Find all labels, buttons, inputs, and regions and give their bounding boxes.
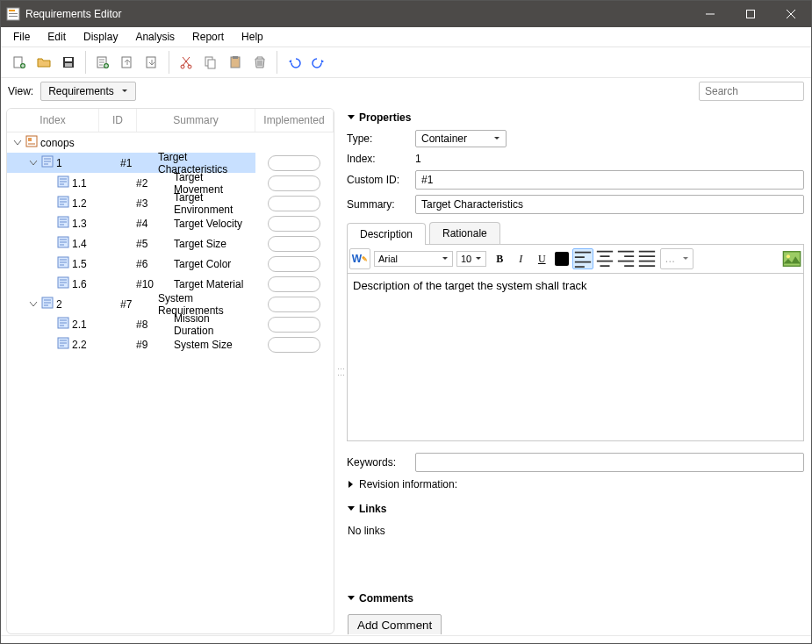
tree-header-index[interactable]: Index [7,109,99,132]
row-summary: Target Size [170,233,255,254]
splitter[interactable]: ⋮⋮ [338,104,343,638]
chevron-down-icon [121,88,128,95]
align-justify-button[interactable] [637,248,657,268]
expander-spacer [44,279,54,290]
more-formatting-button[interactable]: … [660,248,693,269]
delete-button[interactable] [248,51,271,74]
implemented-pill[interactable] [268,175,320,191]
tree-row[interactable]: 2.1#8Mission Duration [7,314,334,334]
implemented-pill[interactable] [268,276,320,292]
search-input[interactable] [699,82,804,101]
align-center-button[interactable] [595,248,614,268]
word-icon[interactable]: W✎ [349,248,370,269]
save-button[interactable] [57,51,80,74]
tree-row[interactable]: 1.1#2Target Movement [7,173,334,193]
menu-file[interactable]: File [4,28,39,46]
properties-heading[interactable]: Properties [347,108,804,127]
index-label: Index: [347,153,406,165]
implemented-pill[interactable] [268,317,320,333]
revision-info-heading[interactable]: Revision information: [347,475,804,494]
expander-icon[interactable] [12,138,23,148]
bold-button[interactable]: B [490,249,509,268]
color-swatch-button[interactable] [555,252,569,266]
add-requirement-button[interactable] [91,51,114,74]
type-value: Container [421,132,467,145]
requirements-tree-panel: Index ID Summary Implemented conops1#1Ta… [6,108,334,634]
tree-row[interactable]: 2.2#9System Size [7,334,334,354]
expander-icon[interactable] [28,299,39,310]
tree-row[interactable]: 2#7System Requirements [7,294,334,314]
implemented-pill[interactable] [268,216,320,232]
add-comment-button[interactable]: Add Comment [348,614,442,634]
implemented-pill[interactable] [268,337,320,353]
row-id: #5 [133,233,170,254]
font-size-combo[interactable]: 10 [456,251,486,267]
expander-icon[interactable] [28,158,39,168]
implemented-pill[interactable] [268,256,320,272]
row-implemented [255,294,334,314]
italic-button[interactable]: I [511,249,530,268]
links-heading[interactable]: Links [347,499,804,519]
row-type-icon [57,317,69,332]
customid-input[interactable] [415,170,804,190]
minimize-button[interactable] [690,1,730,27]
menu-display[interactable]: Display [75,28,126,46]
tree-row[interactable]: 1.2#3Target Environment [7,193,334,213]
comments-heading[interactable]: Comments [347,589,804,608]
promote-button[interactable] [116,51,139,74]
svg-rect-14 [208,60,215,68]
open-button[interactable] [32,51,55,74]
row-implemented [255,213,334,233]
svg-rect-6 [65,63,72,67]
tree-row[interactable]: 1.3#4Target Velocity [7,213,334,233]
summary-input[interactable] [415,195,804,214]
underline-button[interactable]: U [532,249,551,268]
row-implemented [255,314,334,334]
implemented-pill[interactable] [268,297,320,312]
tree-header-id[interactable]: ID [99,109,137,132]
tree-row[interactable]: 1.4#5Target Size [7,233,334,254]
copy-button[interactable] [199,51,222,74]
paste-button[interactable] [224,51,247,74]
view-combo[interactable]: Requirements [40,82,136,101]
toolbar [1,47,811,78]
properties-panel: Properties Type: Container Index: 1 Cust… [347,108,804,634]
tree-row[interactable]: 1#1Target Characteristics [7,153,334,173]
demote-button[interactable] [140,51,163,74]
menu-help[interactable]: Help [233,28,272,46]
tab-description[interactable]: Description [347,223,426,245]
row-index: 1.1 [72,177,87,190]
implemented-pill[interactable] [268,196,320,211]
implemented-pill[interactable] [268,236,320,252]
menu-edit[interactable]: Edit [39,28,75,46]
tab-rationale[interactable]: Rationale [429,222,500,244]
svg-rect-1 [747,11,755,18]
type-combo[interactable]: Container [415,130,507,147]
tree-header-summary[interactable]: Summary [137,109,255,132]
expander-spacer [44,340,54,350]
keywords-input[interactable] [415,453,804,472]
menu-analysis[interactable]: Analysis [126,28,183,46]
links-empty-text: No links [348,525,385,537]
undo-button[interactable] [283,51,305,74]
cut-button[interactable] [175,51,198,74]
view-label: View: [8,85,33,97]
description-textarea[interactable]: Description of the target the system sha… [347,274,804,441]
maximize-button[interactable] [730,1,771,27]
new-requirement-set-button[interactable] [8,51,31,74]
insert-image-button[interactable] [782,249,801,268]
expander-spacer [44,218,54,229]
svg-rect-5 [65,58,72,61]
menu-report[interactable]: Report [183,28,233,46]
close-button[interactable] [771,1,811,27]
redo-button[interactable] [307,51,330,74]
tree-row[interactable]: 1.5#6Target Color [7,254,334,274]
index-value: 1 [415,153,804,165]
expander-spacer [44,198,54,209]
implemented-pill[interactable] [268,155,320,171]
tree-header-implemented[interactable]: Implemented [255,109,334,132]
font-family-combo[interactable]: Arial [374,251,453,267]
keywords-label: Keywords: [347,456,406,469]
align-left-button[interactable] [572,248,593,269]
align-right-button[interactable] [616,248,636,268]
